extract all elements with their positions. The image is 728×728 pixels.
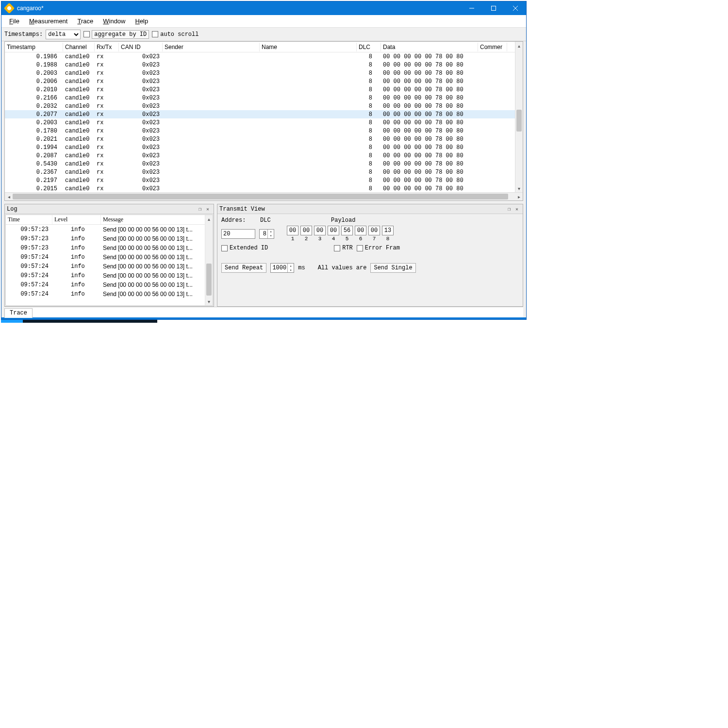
trace-row[interactable]: 0.2077candle0rx0x023800 00 00 00 00 78 0…: [5, 110, 523, 118]
trace-row[interactable]: 0.2015candle0rx0x023800 00 00 00 00 78 0…: [5, 184, 523, 192]
aggregate-checkbox[interactable]: aggregate by ID: [83, 30, 149, 39]
trace-row[interactable]: 0.2087candle0rx0x023800 00 00 00 00 78 0…: [5, 151, 523, 160]
col-timestamp[interactable]: Timestamp: [5, 43, 63, 51]
trace-row[interactable]: 0.1986candle0rx0x023800 00 00 00 00 78 0…: [5, 52, 523, 61]
close-button[interactable]: [504, 1, 526, 15]
scroll-thumb[interactable]: [516, 110, 522, 132]
checkbox-icon: [334, 245, 340, 251]
autoscroll-checkbox[interactable]: auto scroll: [152, 31, 199, 38]
trace-row[interactable]: 0.2166candle0rx0x023800 00 00 00 00 78 0…: [5, 94, 523, 102]
send-single-button[interactable]: Send Single: [370, 263, 415, 273]
menu-help[interactable]: Help: [130, 16, 153, 26]
payload-input-5[interactable]: [341, 226, 353, 235]
repeat-ms-input[interactable]: [271, 265, 287, 271]
titlebar: cangaroo*: [1, 1, 526, 15]
trace-body[interactable]: 0.1986candle0rx0x023800 00 00 00 00 78 0…: [5, 52, 523, 192]
log-row[interactable]: 09:57:23infoSend [00 00 00 00 56 00 00 1…: [6, 234, 213, 243]
menu-window[interactable]: Window: [98, 16, 130, 26]
col-canid[interactable]: CAN ID: [119, 43, 163, 51]
transmit-title: Transmit View ❐ ✕: [217, 204, 523, 214]
payload-input-3[interactable]: [314, 226, 326, 235]
col-data[interactable]: Data: [381, 43, 478, 51]
scroll-thumb[interactable]: [13, 194, 508, 199]
trace-row[interactable]: 0.2010candle0rx0x023800 00 00 00 00 78 0…: [5, 85, 523, 94]
close-panel-button[interactable]: ✕: [204, 206, 212, 213]
trace-row[interactable]: 0.1988candle0rx0x023800 00 00 00 00 78 0…: [5, 61, 523, 69]
aggregate-label: aggregate by ID: [92, 30, 149, 39]
scroll-up-icon[interactable]: ▴: [515, 42, 523, 50]
menu-measurement[interactable]: Measurement: [24, 16, 73, 26]
scroll-thumb[interactable]: [206, 264, 212, 296]
trace-row[interactable]: 0.2021candle0rx0x023800 00 00 00 00 78 0…: [5, 135, 523, 143]
error-frame-checkbox[interactable]: Error Fram: [357, 245, 400, 251]
log-col-message[interactable]: Message: [101, 215, 213, 224]
log-row[interactable]: 09:57:24infoSend [00 00 00 00 56 00 00 1…: [6, 280, 213, 289]
repeat-ms-spinner[interactable]: ▴▾: [270, 263, 294, 273]
log-panel: Log ❐ ✕ Time Level Message 09:57:23infoS…: [4, 204, 214, 307]
scroll-down-icon[interactable]: ▾: [515, 184, 523, 192]
trace-row[interactable]: 0.5430candle0rx0x023800 00 00 00 00 78 0…: [5, 160, 523, 168]
log-row[interactable]: 09:57:24infoSend [00 00 00 00 56 00 00 1…: [6, 262, 213, 271]
col-dlc[interactable]: DLC: [357, 43, 381, 51]
col-channel[interactable]: Channel: [63, 43, 95, 51]
log-row[interactable]: 09:57:23infoSend [00 00 00 00 56 00 00 1…: [6, 225, 213, 234]
col-name[interactable]: Name: [260, 43, 357, 51]
dlc-spinner[interactable]: ▴▾: [259, 229, 274, 239]
payload-input-6[interactable]: [355, 226, 366, 235]
menu-file[interactable]: File: [4, 16, 24, 26]
trace-row[interactable]: 0.2367candle0rx0x023800 00 00 00 00 78 0…: [5, 168, 523, 176]
minimize-button[interactable]: [461, 1, 482, 15]
dlc-input[interactable]: [260, 231, 267, 237]
scroll-up-icon[interactable]: ▴: [205, 215, 213, 223]
window-border-bottom: [1, 317, 526, 319]
undock-button[interactable]: ❐: [505, 206, 513, 213]
spin-down-icon[interactable]: ▾: [268, 234, 274, 238]
extended-id-checkbox[interactable]: Extended ID: [221, 245, 268, 251]
menu-trace[interactable]: Trace: [72, 16, 98, 26]
scroll-right-icon[interactable]: ▸: [515, 193, 523, 200]
close-panel-button[interactable]: ✕: [513, 206, 521, 213]
send-repeat-button[interactable]: Send Repeat: [221, 263, 266, 273]
trace-hscrollbar[interactable]: ◂ ▸: [5, 192, 523, 200]
trace-row[interactable]: 0.2006candle0rx0x023800 00 00 00 00 78 0…: [5, 77, 523, 85]
payload-inputs: 12345678: [287, 226, 394, 242]
col-comment[interactable]: Commer: [478, 43, 507, 51]
spin-up-icon[interactable]: ▴: [288, 264, 294, 268]
trace-panel: Timestamp Channel Rx/Tx CAN ID Sender Na…: [4, 41, 523, 201]
trace-row[interactable]: 0.1780candle0rx0x023800 00 00 00 00 78 0…: [5, 127, 523, 135]
autoscroll-label: auto scroll: [160, 31, 199, 38]
payload-input-1[interactable]: [287, 226, 298, 235]
tab-trace[interactable]: Trace: [4, 308, 33, 318]
log-row[interactable]: 09:57:23infoSend [00 00 00 00 56 00 00 1…: [6, 243, 213, 252]
trace-row[interactable]: 0.2197candle0rx0x023800 00 00 00 00 78 0…: [5, 176, 523, 184]
log-row[interactable]: 09:57:24infoSend [00 00 00 00 56 00 00 1…: [6, 252, 213, 262]
log-row[interactable]: 09:57:24infoSend [00 00 00 00 56 00 00 1…: [6, 289, 213, 298]
timestamp-mode-select[interactable]: delta: [46, 30, 81, 39]
payload-input-8[interactable]: [382, 226, 394, 235]
maximize-button[interactable]: [482, 1, 504, 15]
trace-row[interactable]: 0.1994candle0rx0x023800 00 00 00 00 78 0…: [5, 143, 523, 151]
undock-button[interactable]: ❐: [196, 206, 204, 213]
log-vscrollbar[interactable]: ▴ ▾: [205, 215, 213, 305]
payload-input-2[interactable]: [300, 226, 312, 235]
col-sender[interactable]: Sender: [163, 43, 260, 51]
rtr-checkbox[interactable]: RTR: [334, 245, 353, 251]
col-rxtx[interactable]: Rx/Tx: [95, 43, 119, 51]
trace-row[interactable]: 0.2003candle0rx0x023800 00 00 00 00 78 0…: [5, 69, 523, 77]
log-row[interactable]: 09:57:24infoSend [00 00 00 00 56 00 00 1…: [6, 271, 213, 280]
payload-input-4[interactable]: [328, 226, 339, 235]
payload-input-7[interactable]: [368, 226, 380, 235]
spin-down-icon[interactable]: ▾: [288, 268, 294, 272]
tabbar: Trace: [4, 307, 523, 317]
log-col-level[interactable]: Level: [52, 215, 101, 224]
log-col-time[interactable]: Time: [6, 215, 52, 224]
scroll-left-icon[interactable]: ◂: [5, 193, 13, 200]
trace-vscrollbar[interactable]: ▴ ▾: [515, 42, 523, 192]
payload-byte-7: 7: [368, 226, 380, 242]
address-input[interactable]: [221, 229, 255, 239]
spin-up-icon[interactable]: ▴: [268, 230, 274, 234]
trace-row[interactable]: 0.2032candle0rx0x023800 00 00 00 00 78 0…: [5, 102, 523, 110]
scroll-down-icon[interactable]: ▾: [205, 298, 213, 305]
payload-byte-8: 8: [382, 226, 394, 242]
trace-row[interactable]: 0.2003candle0rx0x023800 00 00 00 00 78 0…: [5, 118, 523, 127]
